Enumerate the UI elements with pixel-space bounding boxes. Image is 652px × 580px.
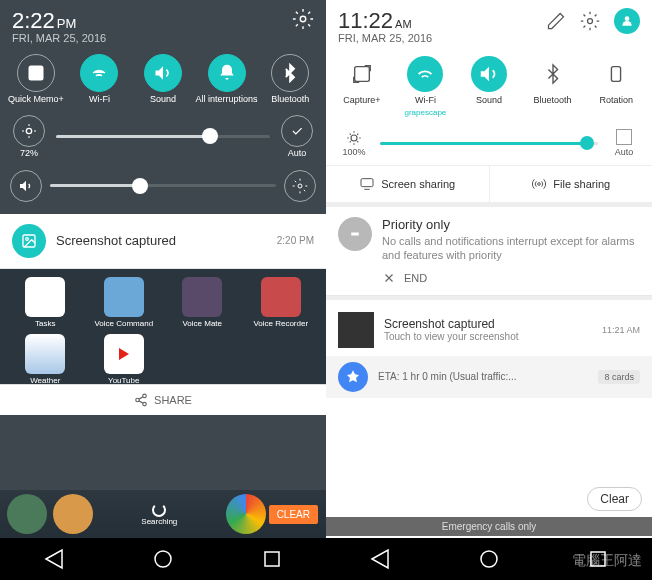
brightness-row: 72% Auto <box>0 109 326 164</box>
auto-brightness-checkbox[interactable] <box>616 129 632 145</box>
toggle-bluetooth[interactable]: Bluetooth <box>521 56 585 117</box>
brightness-icon[interactable] <box>345 129 363 147</box>
toggle-interruptions[interactable]: All interruptions <box>195 54 259 105</box>
dnd-icon <box>338 217 372 251</box>
file-sharing-button[interactable]: File sharing <box>490 166 653 202</box>
brightness-icon[interactable] <box>13 115 45 147</box>
capture-icon <box>351 63 373 85</box>
toggle-sound[interactable]: Sound <box>457 56 521 117</box>
svg-point-8 <box>143 402 147 406</box>
toggle-capture[interactable]: Capture+ <box>330 56 394 117</box>
volume-icon[interactable] <box>10 170 42 202</box>
phone-icon[interactable] <box>7 494 47 534</box>
auto-brightness-toggle[interactable] <box>281 115 313 147</box>
svg-rect-16 <box>361 179 373 187</box>
brightness-row: 100% Auto <box>326 121 652 165</box>
volume-row <box>0 164 326 208</box>
svg-point-7 <box>136 398 140 402</box>
watermark: 電腦王阿達 <box>572 552 642 570</box>
svg-point-12 <box>625 16 630 21</box>
svg-rect-19 <box>351 233 359 236</box>
edit-icon[interactable] <box>546 11 566 31</box>
svg-point-2 <box>26 128 31 133</box>
svg-point-15 <box>351 135 357 141</box>
header-right: 11:22AM FRI, MAR 25, 2016 <box>326 0 652 48</box>
notification-shade-light: 11:22AM FRI, MAR 25, 2016 Capture+ Wi-Fi… <box>326 0 652 580</box>
svg-point-3 <box>298 184 302 188</box>
chrome-icon[interactable] <box>226 494 266 534</box>
back-button[interactable] <box>368 547 392 571</box>
svg-point-20 <box>481 551 497 567</box>
clock-date: FRI, MAR 25, 2016 <box>12 32 106 44</box>
notification-priority[interactable]: Priority only No calls and notifications… <box>326 207 652 296</box>
notification-maps[interactable]: ETA: 1 hr 0 min (Usual traffic:... 8 car… <box>326 356 652 398</box>
share-button[interactable]: SHARE <box>0 384 326 415</box>
app-grid-peek: Tasks Voice Command Voice Mate Voice Rec… <box>0 269 326 384</box>
close-icon <box>382 271 396 285</box>
toggle-quickmemo[interactable]: Quick Memo+ <box>4 54 68 105</box>
memo-icon <box>26 63 46 83</box>
bell-icon <box>217 63 237 83</box>
toggle-wifi[interactable]: Wi-Fi <box>68 54 132 105</box>
bluetooth-icon <box>542 63 564 85</box>
settings-icon[interactable] <box>292 8 314 30</box>
clock-date: FRI, MAR 25, 2016 <box>338 32 432 44</box>
clock-time: 2:22PM <box>12 8 106 34</box>
wifi-icon <box>89 63 109 83</box>
end-button[interactable]: END <box>338 271 640 285</box>
loading-icon <box>152 503 166 517</box>
settings-icon[interactable] <box>580 11 600 31</box>
clock-time: 11:22AM <box>338 8 432 34</box>
brightness-slider[interactable] <box>56 135 270 138</box>
bluetooth-icon <box>280 63 300 83</box>
brightness-slider[interactable] <box>380 142 598 145</box>
recent-button[interactable] <box>260 547 284 571</box>
share-icon <box>134 393 148 407</box>
volume-slider[interactable] <box>50 184 276 187</box>
toggle-sound[interactable]: Sound <box>131 54 195 105</box>
contacts-icon[interactable] <box>53 494 93 534</box>
svg-rect-10 <box>265 552 279 566</box>
navbar-left <box>0 538 326 580</box>
profile-avatar[interactable] <box>614 8 640 34</box>
clear-button[interactable]: Clear <box>587 487 642 511</box>
svg-point-17 <box>538 183 541 186</box>
svg-rect-14 <box>612 67 621 82</box>
svg-point-6 <box>143 394 147 398</box>
quick-toggles-row: Capture+ Wi-Fi grapescape Sound Bluetoot… <box>326 48 652 121</box>
volume-settings-icon[interactable] <box>284 170 316 202</box>
home-button[interactable] <box>477 547 501 571</box>
image-icon <box>12 224 46 258</box>
svg-point-0 <box>300 16 306 22</box>
notification-screenshot[interactable]: Screenshot captured Touch to view your s… <box>326 304 652 356</box>
back-button[interactable] <box>42 547 66 571</box>
svg-point-9 <box>155 551 171 567</box>
cast-icon <box>359 176 375 192</box>
rotation-icon <box>605 63 627 85</box>
header-left: 2:22PM FRI, MAR 25, 2016 <box>0 0 326 48</box>
quick-toggles-row: Quick Memo+ Wi-Fi Sound All interruption… <box>0 48 326 109</box>
sound-icon <box>153 63 173 83</box>
notification-screenshot[interactable]: Screenshot captured 2:20 PM <box>0 214 326 269</box>
svg-point-11 <box>588 19 593 24</box>
screen-sharing-button[interactable]: Screen sharing <box>326 166 490 202</box>
emergency-text: Emergency calls only <box>326 517 652 536</box>
toggle-bluetooth[interactable]: Bluetooth <box>258 54 322 105</box>
svg-rect-13 <box>354 67 369 82</box>
dock-left: Searching CLEAR <box>0 490 326 538</box>
maps-icon <box>338 362 368 392</box>
wifi-icon <box>414 63 436 85</box>
toggle-wifi[interactable]: Wi-Fi grapescape <box>394 56 458 117</box>
sound-icon <box>478 63 500 85</box>
cards-count: 8 cards <box>598 370 640 384</box>
toggle-rotation[interactable]: Rotation <box>584 56 648 117</box>
broadcast-icon <box>531 176 547 192</box>
sharing-section: Screen sharing File sharing <box>326 165 652 203</box>
screenshot-thumbnail <box>338 312 374 348</box>
svg-point-5 <box>26 238 29 241</box>
home-button[interactable] <box>151 547 175 571</box>
notification-shade-dark: 2:22PM FRI, MAR 25, 2016 Quick Memo+ Wi-… <box>0 0 326 580</box>
clear-button[interactable]: CLEAR <box>269 505 318 524</box>
